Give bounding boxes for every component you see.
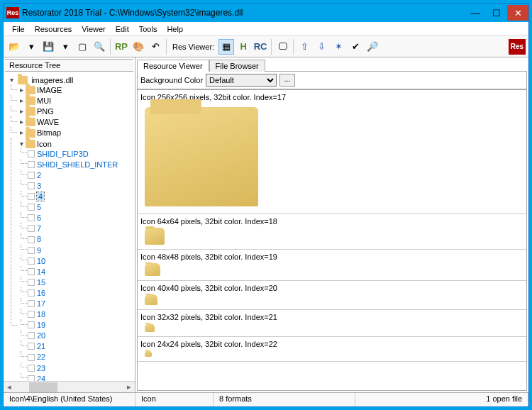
tree-folder[interactable]: ▸PNG [18, 106, 133, 116]
expander-icon[interactable]: ▾ [8, 77, 16, 84]
down-button[interactable]: ⇩ [314, 39, 329, 55]
tree-item[interactable]: 23 [28, 362, 133, 373]
tree-item[interactable]: 6 [28, 212, 133, 223]
open-dropdown-button[interactable]: ▾ [23, 39, 39, 55]
resource-viewer[interactable]: Icon 256x256 pixels, 32bit color. Index=… [137, 89, 527, 391]
rp-button[interactable]: RP [113, 39, 129, 55]
bg-color-select[interactable]: Default [206, 74, 277, 87]
view-mode-1-button[interactable]: ▦ [218, 39, 234, 55]
scroll-right-icon[interactable]: ▸ [123, 382, 135, 392]
zoom-button[interactable]: 🔎 [365, 39, 380, 55]
tree-folder[interactable]: ▸WAVE [18, 116, 133, 127]
check-button[interactable]: ✔ [348, 39, 363, 55]
save-button[interactable]: 💾 [40, 39, 56, 55]
tree-item[interactable]: 7 [28, 223, 133, 233]
expander-icon[interactable]: ▸ [18, 108, 26, 116]
tree-folder[interactable]: ▸IMAGE [18, 84, 133, 95]
tree-item[interactable]: 17 [28, 298, 133, 309]
up-button[interactable]: ⇧ [297, 39, 312, 55]
tab-file-browser[interactable]: File Browser [209, 60, 265, 72]
new-button[interactable]: ▢ [74, 39, 90, 55]
tree-item[interactable]: 9 [28, 245, 133, 255]
view-screen-button[interactable]: 🖵 [275, 39, 290, 55]
titlebar[interactable]: Res Restorator 2018 Trial - C:\Windows\S… [4, 4, 528, 22]
menu-viewer[interactable]: Viewer [77, 23, 109, 35]
tree-root[interactable]: ▾ imageres.dll ▸IMAGE▸MUI▸PNG▸WAVE▸Bitma… [8, 74, 133, 381]
menu-help[interactable]: Help [162, 23, 187, 35]
tree-item[interactable]: 2 [28, 170, 133, 180]
tree-item-label[interactable]: 19 [37, 321, 45, 329]
tree-item[interactable]: 19 [28, 319, 133, 330]
tree-item[interactable]: 10 [28, 255, 133, 266]
tree-item[interactable]: 8 [28, 233, 133, 244]
tree-item-label[interactable]: 15 [37, 278, 45, 287]
tree-item-label[interactable]: 8 [37, 236, 41, 244]
tree-item[interactable]: 20 [28, 330, 133, 340]
tree-item[interactable]: 3 [28, 180, 133, 191]
tree-folder-label[interactable]: MUI [37, 96, 51, 105]
tree-item-label[interactable]: 14 [37, 267, 45, 276]
tree-item[interactable]: 15 [28, 277, 133, 287]
close-button[interactable]: ✕ [507, 5, 528, 21]
view-hex-button[interactable]: H [235, 39, 251, 55]
tree-item-label[interactable]: 4 [37, 192, 44, 201]
tree-folder-label[interactable]: Bitmap [37, 129, 61, 138]
tree-item-label[interactable]: 7 [37, 224, 41, 233]
tree-item[interactable]: 5 [28, 201, 133, 212]
tree-item-label[interactable]: 22 [37, 353, 45, 362]
menu-tools[interactable]: Tools [135, 23, 162, 35]
tree-item-label[interactable]: 23 [37, 364, 45, 372]
scroll-thumb[interactable] [29, 382, 57, 392]
tree-item[interactable]: 21 [28, 340, 133, 351]
tree-folder[interactable]: ▸Bitmap [18, 127, 133, 138]
tab-resource-viewer[interactable]: Resource Viewer [137, 60, 209, 72]
tree-item-label[interactable]: 24 [37, 375, 45, 381]
maximize-button[interactable]: ☐ [486, 5, 507, 21]
tree-item-label[interactable]: SHIDI_SHIELD_INTER [37, 160, 118, 169]
tree-item[interactable]: 22 [28, 351, 133, 362]
tree-item[interactable]: 16 [28, 287, 133, 298]
tree-item[interactable]: 18 [28, 309, 133, 319]
tree-folder[interactable]: ▾IconSHIDI_FLIP3DSHIDI_SHIELD_INTER23456… [18, 138, 133, 381]
tree-item-label[interactable]: 21 [37, 342, 45, 350]
expander-icon[interactable]: ▸ [18, 118, 26, 126]
settings-button[interactable]: ✶ [331, 39, 346, 55]
menu-file[interactable]: File [8, 23, 29, 35]
tree-item[interactable]: SHIDI_FLIP3D [28, 148, 133, 159]
expander-icon[interactable]: ▸ [18, 129, 26, 137]
tree-item-label[interactable]: 20 [37, 331, 45, 340]
tree-item-label[interactable]: 17 [37, 299, 45, 308]
menu-edit[interactable]: Edit [111, 23, 133, 35]
tree-item-label[interactable]: SHIDI_FLIP3D [37, 150, 89, 158]
tree-item[interactable]: 4 [28, 191, 133, 201]
tree-item-label[interactable]: 2 [37, 171, 41, 179]
menu-resources[interactable]: Resources [31, 23, 77, 35]
expander-icon[interactable]: ▾ [18, 140, 26, 148]
tree-item-label[interactable]: 16 [37, 289, 45, 297]
expander-icon[interactable]: ▸ [18, 87, 26, 94]
tree-item-label[interactable]: 9 [37, 246, 41, 255]
resource-tree[interactable]: ▾ imageres.dll ▸IMAGE▸MUI▸PNG▸WAVE▸Bitma… [4, 73, 135, 381]
undo-button[interactable]: ↶ [148, 39, 163, 55]
minimize-button[interactable]: — [465, 5, 486, 21]
tree-item-label[interactable]: 6 [37, 214, 41, 222]
tree-item[interactable]: 14 [28, 266, 133, 277]
tree-item[interactable]: SHIDI_SHIELD_INTER [28, 159, 133, 170]
tree-item-label[interactable]: 10 [37, 257, 45, 265]
tree-root-label[interactable]: imageres.dll [31, 76, 73, 84]
tree-item-label[interactable]: 18 [37, 310, 45, 318]
bg-color-browse-button[interactable]: ... [279, 74, 295, 87]
open-button[interactable]: 📂 [6, 39, 22, 55]
find-button[interactable]: 🔍 [92, 39, 107, 55]
save-as-button[interactable]: ▾ [57, 39, 73, 55]
scroll-left-icon[interactable]: ◂ [4, 382, 15, 392]
expander-icon[interactable]: ▸ [18, 97, 26, 105]
tree-folder-label[interactable]: WAVE [37, 118, 59, 126]
tree-folder-label[interactable]: Icon [37, 140, 52, 148]
paint-button[interactable]: 🎨 [131, 39, 146, 55]
tree-folder[interactable]: ▸MUI [18, 95, 133, 106]
tree-hscrollbar[interactable]: ◂ ▸ [4, 381, 135, 392]
view-rc-button[interactable]: RC [253, 39, 268, 55]
tree-folder-label[interactable]: IMAGE [37, 86, 62, 94]
tree-folder-label[interactable]: PNG [37, 107, 54, 116]
